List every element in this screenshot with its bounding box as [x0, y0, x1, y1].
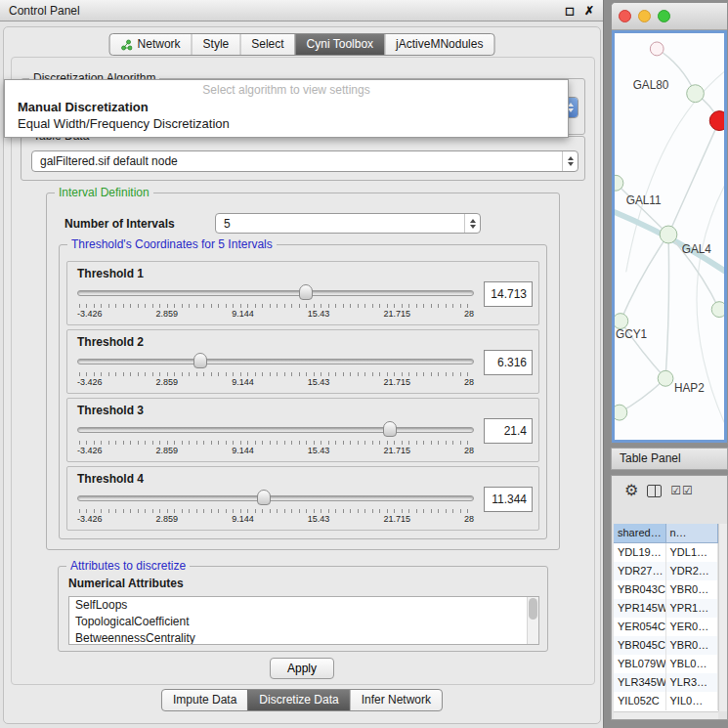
zoom-traffic-light-icon[interactable] [658, 10, 670, 22]
float-window-icon[interactable]: ◻ [565, 4, 575, 18]
cell-name[interactable]: YBR0… [666, 580, 719, 599]
tab-select[interactable]: Select [239, 34, 294, 55]
table-row[interactable]: YIL052C YIL0… [614, 692, 718, 710]
table-row[interactable]: YDL19… YDL1… [614, 543, 718, 562]
threshold-3-value-field[interactable]: 21.4 [484, 418, 533, 444]
network-node-label: GAL80 [633, 78, 669, 92]
cell-name[interactable]: YDR2… [666, 562, 719, 580]
cell-name[interactable]: YBL0… [666, 655, 719, 673]
scale-label: 28 [464, 446, 474, 455]
network-node[interactable] [615, 405, 627, 420]
slider-thumb[interactable] [257, 490, 271, 505]
tab-network[interactable]: Network [110, 34, 192, 55]
slider-track[interactable] [77, 359, 474, 364]
cell-shared-name[interactable]: YIL052C [614, 692, 666, 710]
threshold-4-value-field[interactable]: 11.344 [484, 487, 533, 512]
control-panel-titlebar: Control Panel ◻ ✗ [0, 0, 603, 21]
cell-name[interactable]: YLR3… [666, 673, 719, 692]
cell-shared-name[interactable]: YDR27… [614, 562, 666, 580]
scrollbar-thumb[interactable] [529, 598, 537, 620]
slider-scale: -3.4262.8599.14415.4321.71528 [77, 446, 474, 455]
table-data-combo[interactable]: galFiltered.sif default node [31, 150, 578, 172]
tab-style[interactable]: Style [192, 34, 240, 55]
table-row[interactable]: YBL079W YBL0… [614, 655, 718, 673]
table-toolbar: ⚙ ☑☑ [612, 476, 727, 505]
column-header-name[interactable]: n… [666, 524, 719, 543]
table-panel-titlebar[interactable]: Table Panel [611, 448, 728, 470]
select-columns-checkbox-icons[interactable]: ☑☑ [670, 484, 694, 497]
cell-shared-name[interactable]: YBR043C [614, 580, 666, 599]
threshold-1-slider[interactable]: -3.4262.8599.14415.4321.71528 [77, 283, 474, 322]
table-row[interactable]: YPR145W YPR1… [614, 599, 718, 618]
list-scrollbar[interactable] [527, 597, 538, 644]
close-icon[interactable]: ✗ [584, 4, 594, 18]
cell-shared-name[interactable]: YER054C [614, 618, 666, 636]
scale-label: 2.859 [156, 446, 179, 455]
tab-impute-data[interactable]: Impute Data [162, 690, 247, 710]
table-row[interactable]: YBR043C YBR0… [614, 580, 718, 599]
cell-shared-name[interactable]: YDL19… [614, 543, 666, 562]
tab-jactivemodules[interactable]: jActiveMNodules [384, 34, 493, 55]
columns-icon[interactable] [647, 485, 662, 497]
slider-thumb[interactable] [193, 353, 207, 368]
slider-track[interactable] [77, 427, 474, 433]
cell-shared-name[interactable]: YLR345W [614, 673, 666, 692]
numerical-attributes-list[interactable]: SelfLoopsTopologicalCoefficientBetweenne… [68, 596, 539, 645]
slider-track[interactable] [77, 290, 474, 296]
threshold-2-value-field[interactable]: 6.316 [484, 350, 533, 375]
cell-name[interactable]: YPR1… [666, 599, 719, 618]
network-edge[interactable] [665, 235, 669, 378]
group-title: Interval Definition [55, 186, 153, 199]
network-canvas[interactable]: GAL80GAL11GAL4GCY1HAP2 [615, 33, 724, 440]
scale-label: 28 [464, 514, 474, 524]
cell-name[interactable]: YIL0… [666, 692, 719, 710]
table-vertical-scrollbar[interactable] [718, 524, 727, 711]
threshold-2-slider[interactable]: -3.4262.8599.14415.4321.71528 [77, 352, 474, 391]
slider-thumb[interactable] [383, 421, 397, 437]
dropdown-item-equal-width-frequency[interactable]: Equal Width/Frequency Discretization [5, 115, 568, 132]
table-row[interactable]: YLR345W YLR3… [614, 673, 718, 692]
network-node[interactable] [650, 42, 664, 56]
table-row[interactable]: YDR27… YDR2… [614, 562, 718, 580]
table-row[interactable]: YER054C YER0… [614, 618, 718, 636]
slider-thumb[interactable] [299, 284, 313, 300]
cell-shared-name[interactable]: YPR145W [614, 599, 666, 618]
scale-label: 9.144 [232, 309, 254, 319]
network-node[interactable] [687, 85, 705, 103]
dropdown-item-manual-discretization[interactable]: Manual Discretization [5, 99, 568, 115]
table-row[interactable]: YBR045C YBR0… [614, 636, 718, 655]
network-edge[interactable] [621, 235, 668, 321]
tab-infer-network[interactable]: Infer Network [350, 690, 442, 710]
list-item[interactable]: SelfLoops [69, 597, 538, 614]
threshold-1-value-field[interactable]: 14.713 [484, 281, 533, 307]
cell-shared-name[interactable]: YBR045C [614, 636, 666, 655]
network-node[interactable] [660, 226, 677, 243]
tab-discretize-data[interactable]: Discretize Data [247, 690, 349, 710]
cell-name[interactable]: YER0… [666, 618, 719, 636]
slider-track[interactable] [77, 495, 474, 501]
threshold-3-slider[interactable]: -3.4262.8599.14415.4321.71528 [77, 420, 474, 459]
tab-cyni-toolbox[interactable]: Cyni Toolbox [295, 34, 384, 55]
network-node[interactable] [711, 302, 724, 318]
number-of-intervals-combo[interactable]: 5 [215, 213, 481, 234]
list-item[interactable]: BetweennessCentrality [69, 630, 538, 645]
algorithm-dropdown-popup: Select algorithm to view settings Manual… [4, 79, 569, 138]
cell-shared-name[interactable]: YBL079W [614, 655, 666, 673]
threshold-4-slider[interactable]: -3.4262.8599.14415.4321.71528 [77, 489, 474, 528]
network-node[interactable] [658, 370, 673, 386]
column-header-shared-name[interactable]: shared… [614, 524, 666, 543]
table-horizontal-scrollbar[interactable] [614, 711, 718, 719]
list-item[interactable]: TopologicalCoefficient [69, 614, 538, 630]
threshold-stack: Threshold 1 -3.4262.8599.14415.4321.7152… [66, 261, 539, 531]
network-node[interactable] [709, 111, 724, 131]
network-edge[interactable] [668, 121, 719, 235]
settings-gear-icon[interactable]: ⚙ [624, 483, 638, 498]
network-edge[interactable] [620, 378, 665, 412]
cell-name[interactable]: YBR0… [666, 636, 719, 655]
minimize-traffic-light-icon[interactable] [638, 10, 651, 22]
network-node[interactable] [615, 314, 628, 329]
cell-name[interactable]: YDL1… [666, 543, 719, 562]
slider-ticks [79, 509, 472, 513]
close-traffic-light-icon[interactable] [619, 10, 631, 22]
apply-button[interactable]: Apply [270, 658, 334, 679]
